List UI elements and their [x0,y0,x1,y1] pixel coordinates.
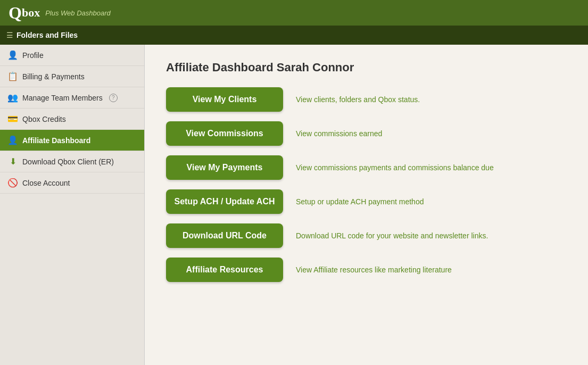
sidebar-item-credits[interactable]: 💳 Qbox Credits [0,109,144,130]
view-payments-desc: View commissions payments and commission… [296,163,567,172]
action-row-view-payments: View My Payments View commissions paymen… [166,155,567,180]
action-row-download-url: Download URL Code Download URL code for … [166,223,567,248]
logo-subtitle: Plus Web Dashboard [45,9,111,17]
close-icon: 🚫 [7,178,18,188]
folders-icon: ☰ [6,31,13,39]
download-icon: ⬇ [7,156,18,167]
sidebar-item-profile[interactable]: 👤 Profile [0,45,144,66]
sidebar-label-credits: Qbox Credits [22,115,66,123]
setup-ach-button[interactable]: Setup ACH / Update ACH [166,189,283,214]
navbar-label: Folders and Files [16,31,78,39]
sidebar-item-team[interactable]: 👥 Manage Team Members ? [0,87,144,109]
action-row-setup-ach: Setup ACH / Update ACH Setup or update A… [166,189,567,214]
navbar[interactable]: ☰ Folders and Files [0,26,588,45]
action-row-view-commissions: View Commissions View commissions earned [166,121,567,146]
sidebar-label-billing: Billing & Payments [22,72,85,81]
sidebar-label-affiliate: Affiliate Dashboard [22,136,90,145]
affiliate-resources-desc: View Affiliate resources like marketing … [296,266,567,274]
logo-box: box [22,6,40,20]
sidebar-label-profile: Profile [22,51,44,60]
view-payments-button[interactable]: View My Payments [166,155,283,180]
sidebar-item-download[interactable]: ⬇ Download Qbox Client (ER) [0,151,144,172]
setup-ach-desc: Setup or update ACH payment method [296,197,567,206]
billing-icon: 📋 [7,71,18,81]
sidebar-item-affiliate[interactable]: 👤 Affiliate Dashboard [0,130,144,151]
download-url-button[interactable]: Download URL Code [166,223,283,248]
action-row-affiliate-resources: Affiliate Resources View Affiliate resou… [166,258,567,282]
view-clients-desc: View clients, folders and Qbox status. [296,95,567,104]
team-help-icon[interactable]: ? [109,94,118,102]
download-url-desc: Download URL code for your website and n… [296,231,567,240]
layout: 👤 Profile 📋 Billing & Payments 👥 Manage … [0,45,588,365]
sidebar-item-close-account[interactable]: 🚫 Close Account [0,172,144,194]
header: Q box Plus Web Dashboard [0,0,588,26]
profile-icon: 👤 [7,50,18,60]
view-commissions-desc: View commissions earned [296,129,567,138]
sidebar: 👤 Profile 📋 Billing & Payments 👥 Manage … [0,45,145,365]
view-clients-button[interactable]: View My Clients [166,87,283,112]
sidebar-label-download: Download Qbox Client (ER) [22,157,114,166]
affiliate-resources-button[interactable]: Affiliate Resources [166,258,283,282]
team-icon: 👥 [7,93,18,103]
sidebar-item-billing[interactable]: 📋 Billing & Payments [0,66,144,87]
sidebar-label-close-account: Close Account [22,179,70,187]
affiliate-icon: 👤 [7,135,18,145]
page-title: Affiliate Dashboard Sarah Connor [166,61,567,74]
sidebar-label-team: Manage Team Members [22,94,103,102]
credits-icon: 💳 [7,114,18,124]
view-commissions-button[interactable]: View Commissions [166,121,283,146]
action-row-view-clients: View My Clients View clients, folders an… [166,87,567,112]
main-content: Affiliate Dashboard Sarah Connor View My… [145,45,588,365]
logo-q: Q [9,4,22,21]
